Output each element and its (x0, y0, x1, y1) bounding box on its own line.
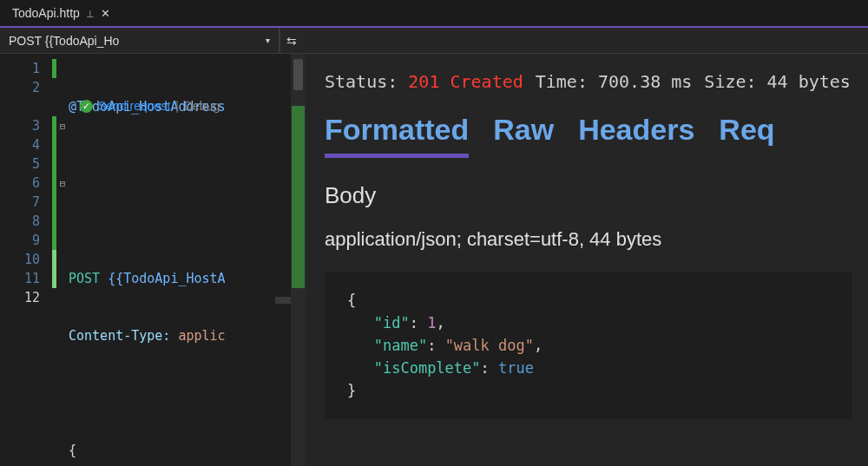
response-status-line: Status: 201 Created Time: 700.38 ms Size… (325, 71, 852, 92)
body-heading: Body (325, 182, 852, 209)
editor-scrollbar[interactable] (291, 54, 306, 466)
tab-formatted[interactable]: Formatted (325, 113, 469, 158)
tab-todoapi-http[interactable]: TodoApi.http ⟂ ✕ (0, 0, 119, 26)
size-label: Size: (704, 71, 756, 92)
time-value: 700.38 ms (598, 71, 692, 92)
status-ok-icon: ✓ (80, 100, 93, 113)
close-icon[interactable]: ✕ (101, 7, 110, 20)
pin-icon[interactable]: ⟂ (87, 7, 94, 20)
tab-headers[interactable]: Headers (578, 113, 694, 158)
code-content[interactable]: @TodoApi_HostAddress POST {{TodoApi_Host… (69, 54, 306, 466)
line-number-gutter: 1 2 3 4 5 6 7 8 9 10 11 12 (0, 54, 52, 466)
codelens: ✓ Send request | Debug (80, 99, 220, 113)
separator: | (175, 99, 179, 113)
fold-column[interactable]: ⊟ ⊟ (56, 54, 69, 466)
document-tabstrip: TodoApi.http ⟂ ✕ (0, 0, 868, 28)
status-value: 201 Created (408, 71, 523, 92)
size-value: 44 bytes (767, 71, 851, 92)
body-meta: application/json; charset=utf-8, 44 byte… (325, 228, 852, 251)
response-body-json[interactable]: { "id": 1, "name": "walk dog", "isComple… (325, 272, 852, 419)
scrollbar-thumb[interactable] (293, 59, 303, 90)
request-selector-dropdown[interactable]: POST {{TodoApi_Ho ▾ (0, 28, 279, 53)
split-handle-icon[interactable] (275, 297, 291, 304)
tab-request[interactable]: Req (719, 113, 774, 158)
swap-icon[interactable]: ⇆ (279, 28, 302, 53)
time-label: Time: (536, 71, 588, 92)
navigation-bar: POST {{TodoApi_Ho ▾ ⇆ (0, 28, 868, 54)
tab-raw[interactable]: Raw (493, 113, 554, 158)
response-panel: Status: 201 Created Time: 700.38 ms Size… (306, 54, 868, 466)
scrollbar-change-marks (292, 106, 305, 288)
chevron-down-icon: ▾ (266, 36, 270, 45)
debug-link[interactable]: Debug (184, 99, 220, 113)
code-editor[interactable]: 1 2 3 4 5 6 7 8 9 10 11 12 (0, 54, 306, 466)
request-selector-text: POST {{TodoApi_Ho (9, 34, 119, 48)
status-label: Status: (325, 71, 398, 92)
tab-title: TodoApi.http (12, 6, 80, 20)
send-request-link[interactable]: Send request (98, 99, 170, 113)
response-tabs: Formatted Raw Headers Req (325, 113, 852, 158)
